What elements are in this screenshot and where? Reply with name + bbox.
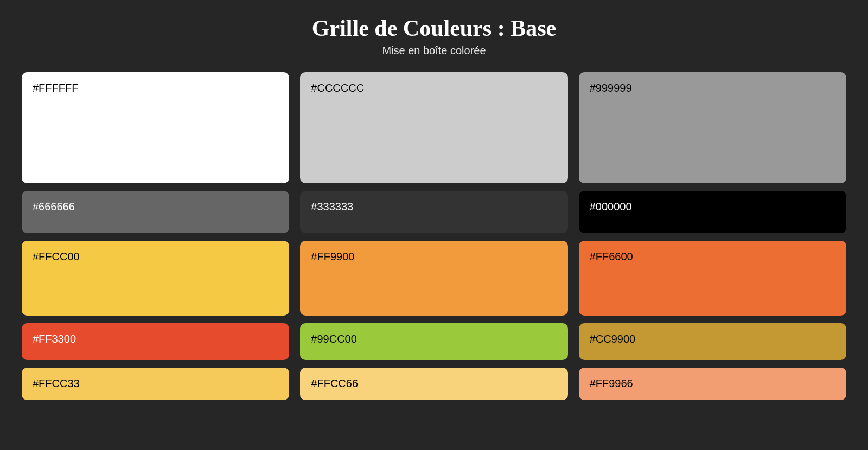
swatch-ffcc33: #FFCC33 xyxy=(22,368,289,400)
swatch-ffffff: #FFFFFF xyxy=(22,72,289,183)
swatch-ffcc66: #FFCC66 xyxy=(300,368,567,400)
swatch-label: #666666 xyxy=(33,201,75,213)
swatch-666666: #666666 xyxy=(22,191,289,233)
color-grid: #FFFFFF #CCCCCC #999999 #666666 #333333 … xyxy=(22,72,846,400)
swatch-label: #FF9966 xyxy=(590,377,633,389)
swatch-ff9900: #FF9900 xyxy=(300,241,567,316)
swatch-ff3300: #FF3300 xyxy=(22,323,289,360)
swatch-cc9900: #CC9900 xyxy=(579,323,846,360)
page-subtitle: Mise en boîte colorée xyxy=(22,44,846,57)
swatch-label: #FFCC33 xyxy=(33,377,80,389)
swatch-label: #FFCC66 xyxy=(311,377,358,389)
swatch-label: #FFFFFF xyxy=(33,82,78,94)
swatch-ffcc00: #FFCC00 xyxy=(22,241,289,316)
swatch-ff6600: #FF6600 xyxy=(579,241,846,316)
swatch-000000: #000000 xyxy=(579,191,846,233)
swatch-333333: #333333 xyxy=(300,191,567,233)
swatch-cccccc: #CCCCCC xyxy=(300,72,567,183)
swatch-label: #CCCCCC xyxy=(311,82,364,94)
swatch-label: #CC9900 xyxy=(590,333,636,345)
swatch-99cc00: #99CC00 xyxy=(300,323,567,360)
swatch-ff9966: #FF9966 xyxy=(579,368,846,400)
swatch-label: #FFCC00 xyxy=(33,250,80,262)
swatch-label: #99CC00 xyxy=(311,333,357,345)
swatch-label: #FF6600 xyxy=(590,250,633,262)
swatch-label: #333333 xyxy=(311,201,353,213)
swatch-label: #FF9900 xyxy=(311,250,354,262)
swatch-999999: #999999 xyxy=(579,72,846,183)
swatch-label: #FF3300 xyxy=(33,333,76,345)
swatch-label: #999999 xyxy=(590,82,632,94)
page-title: Grille de Couleurs : Base xyxy=(22,15,846,41)
swatch-label: #000000 xyxy=(590,201,632,213)
